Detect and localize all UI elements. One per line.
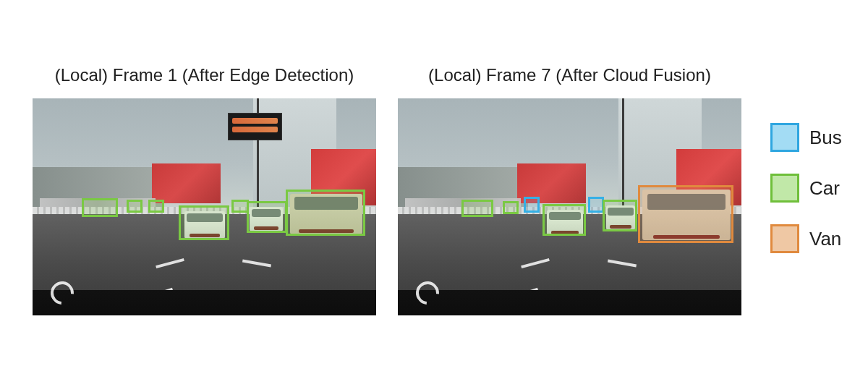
bbox-bus <box>524 197 540 213</box>
frame1-image <box>33 98 376 315</box>
legend-label-car: Car <box>809 177 840 200</box>
frame7-image <box>398 98 741 315</box>
panel-frame1: (Local) Frame 1 (After Edge Detection) <box>33 65 376 315</box>
billboard-icon <box>152 163 221 203</box>
bbox-car <box>179 205 229 240</box>
bbox-van <box>638 185 733 243</box>
bbox-bus <box>588 197 604 213</box>
panel-title-frame7: (Local) Frame 7 (After Cloud Fusion) <box>428 65 711 85</box>
bbox-car <box>127 200 142 213</box>
bbox-car <box>542 204 586 236</box>
bbox-car <box>603 200 637 231</box>
bbox-car <box>148 200 164 213</box>
legend-swatch-car <box>770 174 799 203</box>
bbox-car <box>503 201 519 214</box>
bbox-car <box>247 201 287 233</box>
legend-car: Car <box>770 174 842 203</box>
car-hood-icon <box>398 290 741 315</box>
legend-label-bus: Bus <box>809 127 842 149</box>
car-hood-icon <box>33 290 376 315</box>
figure-container: (Local) Frame 1 (After Edge Detection) <box>0 0 868 344</box>
panel-frame7: (Local) Frame 7 (After Cloud Fusion) <box>398 65 741 315</box>
legend-swatch-van <box>770 224 799 253</box>
legend-swatch-bus <box>770 123 799 152</box>
legend-label-van: Van <box>809 228 841 250</box>
panel-title-frame1: (Local) Frame 1 (After Edge Detection) <box>55 65 354 85</box>
legend-van: Van <box>770 224 842 253</box>
bbox-car <box>82 198 118 217</box>
led-sign-icon <box>228 113 282 140</box>
bbox-car <box>286 190 365 236</box>
legend-bus: Bus <box>770 123 842 152</box>
legend: Bus Car Van <box>770 123 842 253</box>
bbox-car <box>461 200 493 217</box>
